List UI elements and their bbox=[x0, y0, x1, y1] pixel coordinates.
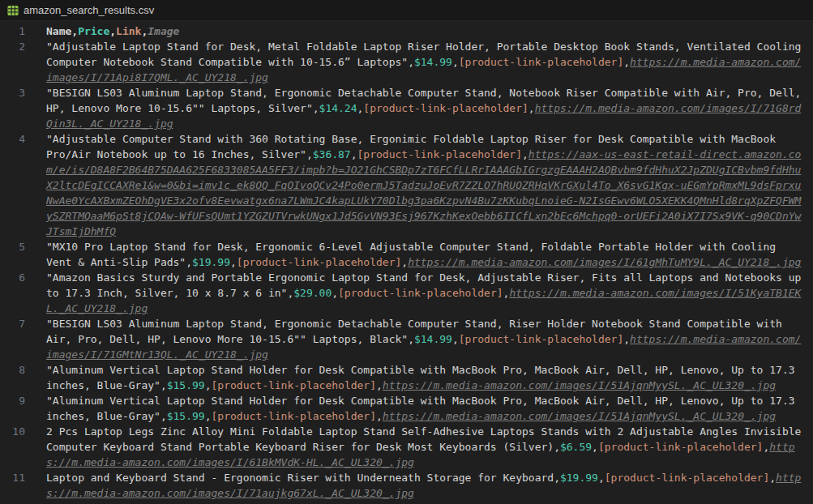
csv-separator: , bbox=[313, 102, 319, 114]
csv-row-content[interactable]: "Aluminum Vertical Laptop Stand Holder f… bbox=[46, 393, 813, 424]
csv-separator: , bbox=[351, 148, 357, 160]
csv-separator: , bbox=[376, 410, 383, 422]
csv-field-price: $29.00 bbox=[293, 287, 332, 299]
csv-field-link: [product-link-placeholder] bbox=[598, 441, 764, 453]
editor-window: amazon_search_results.csv 1 Name,Price,L… bbox=[0, 0, 813, 504]
csv-field-link: [product-link-placeholder] bbox=[459, 56, 624, 68]
csv-separator: , bbox=[205, 410, 212, 422]
csv-field-price: $36.87 bbox=[313, 148, 351, 160]
line-number: 6 bbox=[0, 270, 25, 285]
csv-field-name: Laptop and Keyboard Stand - Ergonomic Ri… bbox=[46, 472, 554, 484]
csv-header-content[interactable]: Name,Price,Link,Image bbox=[46, 23, 813, 39]
csv-field-link: [product-link-placeholder] bbox=[459, 333, 624, 345]
csv-field-price: $15.99 bbox=[167, 410, 205, 422]
csv-header-row: 1 Name,Price,Link,Image bbox=[0, 23, 813, 39]
csv-separator: , bbox=[160, 379, 167, 391]
csv-field-price: $19.99 bbox=[192, 256, 230, 268]
csv-separator: , bbox=[332, 287, 338, 299]
csv-row: 2 "Adjustable Laptop Stand for Desk, Met… bbox=[0, 39, 813, 85]
file-tab[interactable]: amazon_search_results.csv bbox=[7, 0, 165, 20]
csv-row-content[interactable]: Laptop and Keyboard Stand - Ergonomic Ri… bbox=[46, 470, 813, 501]
line-number: 5 bbox=[0, 239, 25, 254]
csv-field-link: [product-link-placeholder] bbox=[212, 379, 377, 391]
csv-row: 3 "BESIGN LS03 Aluminum Laptop Stand, Er… bbox=[0, 85, 813, 131]
csv-separator: , bbox=[592, 441, 598, 453]
csv-row: 10 2 Pcs Laptop Legs Zinc Alloy Mini Fol… bbox=[0, 424, 813, 470]
csv-separator: , bbox=[598, 472, 605, 484]
csv-separator: , bbox=[306, 148, 313, 160]
csv-separator: , bbox=[769, 472, 776, 484]
csv-field-price: $19.99 bbox=[560, 472, 598, 484]
csv-row: 4 "Adjustable Computer Stand with 360 Ro… bbox=[0, 131, 813, 239]
csv-field-link: [product-link-placeholder] bbox=[605, 472, 770, 484]
csv-field-link: [product-link-placeholder] bbox=[212, 410, 377, 422]
line-number: 11 bbox=[0, 470, 25, 485]
line-number: 1 bbox=[0, 23, 25, 39]
csv-row-content[interactable]: 2 Pcs Laptop Legs Zinc Alloy Mini Foldab… bbox=[46, 424, 813, 470]
csv-separator: , bbox=[554, 441, 560, 453]
csv-separator: , bbox=[528, 102, 535, 114]
csv-header-name: Name bbox=[46, 25, 71, 37]
csv-row: 7 "BESIGN LS03 Aluminum Laptop Stand, Er… bbox=[0, 316, 813, 362]
csv-row: 11 Laptop and Keyboard Stand - Ergonomic… bbox=[0, 470, 813, 501]
csv-separator: , bbox=[408, 333, 414, 345]
csv-field-price: $15.99 bbox=[167, 379, 205, 391]
csv-separator: , bbox=[230, 256, 237, 268]
csv-separator: , bbox=[554, 472, 560, 484]
csv-separator: , bbox=[623, 333, 630, 345]
csv-field-link: [product-link-placeholder] bbox=[363, 102, 528, 114]
line-number: 9 bbox=[0, 393, 25, 408]
line-number: 2 bbox=[0, 39, 25, 54]
csv-separator: , bbox=[71, 25, 78, 37]
line-number: 3 bbox=[0, 85, 25, 100]
csv-field-price: $6.59 bbox=[560, 441, 592, 453]
csv-separator: , bbox=[205, 379, 212, 391]
csv-row-content[interactable]: "BESIGN LS03 Aluminum Laptop Stand, Ergo… bbox=[46, 316, 813, 362]
csv-separator: , bbox=[376, 379, 383, 391]
csv-table-icon bbox=[7, 5, 19, 16]
csv-field-link: [product-link-placeholder] bbox=[237, 256, 402, 268]
csv-field-image-url[interactable]: https://m.media-amazon.com/images/I/51Aj… bbox=[383, 379, 776, 391]
csv-separator: , bbox=[452, 333, 459, 345]
csv-field-price: $14.99 bbox=[414, 333, 452, 345]
csv-row: 6 "Amazon Basics Sturdy and Portable Erg… bbox=[0, 270, 813, 316]
csv-separator: , bbox=[401, 256, 408, 268]
line-number: 10 bbox=[0, 424, 25, 439]
csv-field-link: [product-link-placeholder] bbox=[357, 148, 523, 160]
csv-field-image-url[interactable]: https://aax-us-east-retail-direct.amazon… bbox=[46, 148, 801, 237]
csv-separator: , bbox=[109, 25, 116, 37]
line-number: 7 bbox=[0, 316, 25, 331]
csv-row-content[interactable]: "Amazon Basics Sturdy and Portable Ergon… bbox=[46, 270, 813, 316]
csv-row-content[interactable]: "MX10 Pro Laptop Stand for Desk, Ergonom… bbox=[46, 239, 813, 270]
csv-row-content[interactable]: "Adjustable Laptop Stand for Desk, Metal… bbox=[46, 39, 813, 85]
csv-row-content[interactable]: "Adjustable Computer Stand with 360 Rota… bbox=[46, 131, 813, 239]
csv-header-link: Link bbox=[116, 25, 141, 37]
csv-separator: , bbox=[452, 56, 459, 68]
csv-field-image-url[interactable]: https://m.media-amazon.com/images/I/61gM… bbox=[408, 256, 801, 268]
csv-row-content[interactable]: "BESIGN LS03 Aluminum Laptop Stand, Ergo… bbox=[46, 85, 813, 131]
file-tab-title: amazon_search_results.csv bbox=[24, 4, 154, 16]
csv-field-image-url[interactable]: https://m.media-amazon.com/images/I/51Aj… bbox=[383, 410, 776, 422]
line-number: 8 bbox=[0, 362, 25, 378]
line-number: 4 bbox=[0, 131, 25, 147]
csv-field-price: $14.99 bbox=[414, 56, 452, 68]
csv-row: 5 "MX10 Pro Laptop Stand for Desk, Ergon… bbox=[0, 239, 813, 270]
csv-separator: , bbox=[623, 56, 630, 68]
csv-header-image: Image bbox=[148, 25, 179, 37]
csv-field-link: [product-link-placeholder] bbox=[338, 287, 503, 299]
csv-separator: , bbox=[408, 56, 414, 68]
csv-separator: , bbox=[160, 410, 167, 422]
csv-row: 8 "Aluminum Vertical Laptop Stand Holder… bbox=[0, 362, 813, 393]
csv-row-content[interactable]: "Aluminum Vertical Laptop Stand Holder f… bbox=[46, 362, 813, 393]
csv-separator: , bbox=[186, 256, 192, 268]
csv-separator: , bbox=[522, 148, 528, 160]
csv-header-price: Price bbox=[78, 25, 109, 37]
editor-tab-bar: amazon_search_results.csv bbox=[0, 0, 813, 21]
code-editor[interactable]: 1 Name,Price,Link,Image 2 "Adjustable La… bbox=[0, 21, 813, 504]
csv-field-price: $14.24 bbox=[319, 102, 357, 114]
csv-row: 9 "Aluminum Vertical Laptop Stand Holder… bbox=[0, 393, 813, 424]
